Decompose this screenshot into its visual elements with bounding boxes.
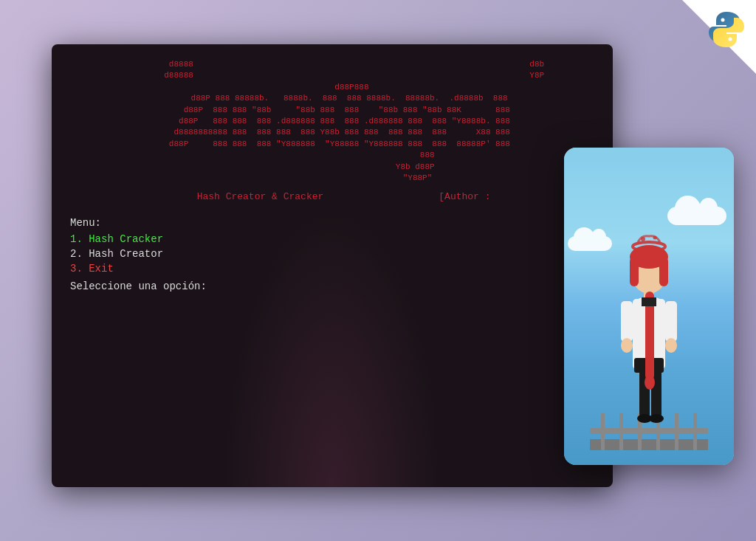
- anime-character: [590, 177, 708, 450]
- menu-item-1-number: 1.: [70, 233, 83, 245]
- ascii-art-display: d8888 d8b d88888 Y8P d88P888 d88P 888 88: [70, 59, 594, 184]
- svg-rect-30: [642, 297, 656, 306]
- svg-rect-23: [630, 257, 639, 286]
- svg-rect-16: [621, 301, 633, 342]
- svg-rect-5: [619, 413, 623, 450]
- anime-card: [564, 148, 734, 465]
- subtitle-text: Hash Creator & Cracker [Author :: [70, 191, 594, 202]
- python-logo: [706, 9, 747, 50]
- menu-item-3-number: 3.: [70, 263, 83, 275]
- svg-point-1: [729, 38, 732, 41]
- svg-point-18: [621, 338, 633, 353]
- svg-rect-4: [601, 413, 605, 450]
- prompt-line: Seleccione una opción:: [70, 280, 594, 292]
- svg-point-19: [665, 338, 677, 353]
- terminal-content: d8888 d8b d88888 Y8P d88P888 d88P 888 88: [52, 44, 613, 487]
- menu-item-1-text: Hash Cracker: [89, 233, 163, 245]
- anime-card-background: [564, 148, 734, 465]
- terminal-window: d8888 d8b d88888 Y8P d88P888 d88P 888 88: [52, 44, 613, 487]
- menu-container: Menu: 1. Hash Cracker 2. Hash Creator 3.…: [70, 217, 594, 275]
- menu-item-3[interactable]: 3. Exit: [70, 263, 594, 275]
- svg-rect-8: [675, 413, 678, 450]
- svg-point-26: [645, 375, 655, 390]
- menu-label: Menu:: [70, 217, 594, 229]
- menu-item-2[interactable]: 2. Hash Creator: [70, 248, 594, 260]
- svg-rect-17: [665, 301, 677, 342]
- svg-rect-2: [590, 428, 708, 434]
- menu-item-3-text: Exit: [89, 263, 114, 275]
- menu-item-2-number: 2.: [70, 248, 83, 260]
- menu-item-1[interactable]: 1. Hash Cracker: [70, 233, 594, 245]
- svg-point-0: [721, 18, 725, 22]
- svg-rect-3: [590, 439, 708, 450]
- svg-rect-24: [659, 257, 668, 286]
- menu-item-2-text: Hash Creator: [89, 248, 163, 260]
- svg-point-13: [649, 414, 664, 423]
- svg-rect-9: [693, 413, 697, 450]
